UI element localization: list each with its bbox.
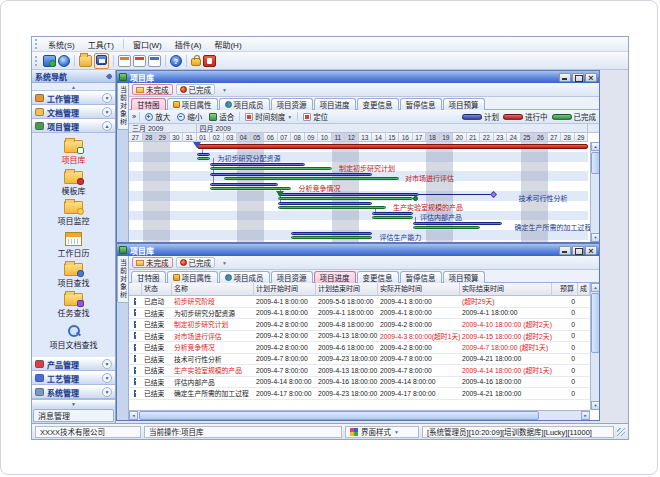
side-tab-current-object-tree[interactable]: 当前对象树 [117,256,129,303]
chevron-down-icon[interactable]: ▼ [102,373,112,383]
gantt-bar-done[interactable] [278,197,413,200]
gantt-bar-plan[interactable] [372,212,413,215]
tab-pause-info[interactable]: 暂停信息 [400,271,442,283]
gantt-bar-plan[interactable] [197,153,211,156]
gantt-locate-button[interactable]: 定位 [301,111,330,122]
sidebar-item-4[interactable]: 项目查找 [58,263,90,288]
table-row[interactable]: 已结束技术可行性分析2009-4-7 8:00:002009-4-23 18:0… [129,354,590,366]
tab-message-management[interactable]: 消息管理 [33,409,114,422]
tab-project-resources[interactable]: 项目资源 [271,271,313,283]
tab-project-progress[interactable]: 项目进度 [314,271,356,283]
minimize-button[interactable] [559,246,571,255]
sidebar-section-top-0[interactable]: 工作管理▼ [32,91,115,105]
more-button[interactable]: » [132,112,136,121]
table-row[interactable]: 已结束确定生产所需的加工过程2009-4-17 8:00:002009-4-23… [129,388,590,400]
column-header-7[interactable]: 预算 [552,283,578,296]
chevron-down-icon[interactable]: ▼ [102,107,112,117]
tab-project-budget[interactable]: 项目预算 [443,271,485,283]
chevron-down-icon[interactable]: ▼ [102,93,112,103]
filter-more-button[interactable]: ▼ [222,260,227,266]
gantt-zoom-out-button[interactable]: 缩小 [175,111,204,122]
minimize-button[interactable] [559,73,571,82]
chevron-down-icon[interactable]: ▼ [102,387,112,397]
tab-project-progress[interactable]: 项目进度 [314,98,356,110]
exit-icon[interactable] [203,55,216,67]
scroll-right-arrow[interactable]: ► [581,411,590,420]
gantt-bar-done[interactable] [210,167,332,170]
scroll-thumb[interactable] [591,152,599,174]
table-row[interactable]: 已结束对市场进行评估2009-4-2 8:00:002009-4-13 18:0… [129,331,590,343]
close-button[interactable] [585,73,597,82]
report-new-icon[interactable] [133,55,146,67]
tab-pause-info[interactable]: 暂停信息 [400,98,442,110]
menu-item-0[interactable]: 系统(S) [42,38,81,51]
sidebar-section-top-1[interactable]: 文档管理▼ [32,105,115,119]
gantt-bar-done[interactable] [224,177,400,180]
column-header-4[interactable]: 计划结束时间 [316,283,378,296]
column-header-0[interactable] [129,283,142,296]
sidebar-item-3[interactable]: 工作日历 [58,232,90,258]
table-row[interactable]: 已结束分析竞争情况2009-4-2 8:00:002009-4-6 18:00:… [129,342,590,354]
gantt-bar-done[interactable] [197,157,211,160]
filter-unfinished[interactable]: 未完成 [132,257,173,268]
resize-grip[interactable] [617,428,625,436]
filter-more-button[interactable]: ▼ [222,87,227,93]
gantt-bar-done[interactable] [413,226,481,229]
scroll-left-arrow[interactable]: ◄ [129,411,138,420]
restore-button[interactable] [572,73,584,82]
tab-project-budget[interactable]: 项目预算 [443,98,485,110]
side-tab-current-object-tree[interactable]: 当前对象树 [117,83,129,130]
table-vertical-scrollbar[interactable]: ▲ ▼ [590,283,599,410]
sidebar-section-bottom-1[interactable]: 工艺管理▼ [32,371,115,385]
chevron-up-icon[interactable]: ▲ [102,121,112,131]
report-icon[interactable] [118,55,131,67]
pushpin-icon[interactable] [106,72,113,79]
lock-icon[interactable] [191,58,201,66]
filter-completed[interactable]: 已完成 [176,84,216,95]
gantt-bar-plan[interactable] [210,163,305,166]
table-row[interactable]: 已结束评估内部产品2009-4-14 8:00:002009-4-16 18:0… [129,377,590,389]
filter-completed[interactable]: 已完成 [176,257,216,268]
gantt-bar-plan[interactable] [210,183,278,186]
table-row[interactable]: 已启动初步研究阶段2009-4-1 8:00:002009-5-6 18:00:… [129,296,590,308]
ui-style-dropdown[interactable]: 界面样式 ▼ [345,426,419,438]
column-header-1[interactable]: 状态 [142,283,172,296]
gantt-fit-button[interactable]: 适合 [207,111,236,122]
table-row[interactable]: 已结束制定初步研究计划2009-4-2 8:00:002009-4-8 18:0… [129,319,590,331]
column-header-2[interactable]: 名称 [172,283,254,296]
gantt-bar-done[interactable] [372,216,413,219]
sidebar-item-1[interactable]: 模板库 [62,171,86,196]
gantt-bar-plan[interactable] [278,202,373,205]
table-row[interactable]: 已结束为初步研究分配资源2009-4-1 8:00:002009-4-1 18:… [129,308,590,320]
sidebar-section-top-2[interactable]: 项目管理▲ [32,119,115,133]
sidebar-item-5[interactable]: 任务查找 [58,293,90,318]
sidebar-item-6[interactable]: 项目文档查找 [50,324,98,350]
tab-change-info[interactable]: 变更信息 [357,98,399,110]
tab-project-attributes[interactable]: 项目属性 [167,271,218,283]
menu-grip[interactable] [35,39,38,49]
table-horizontal-scrollbar[interactable]: ◄ ► [129,410,590,420]
chevron-down-icon[interactable]: ▼ [102,359,112,369]
menu-item-1[interactable]: 工具(T) [82,38,120,51]
table-row[interactable]: 已结束生产实验室规模的产品2009-4-7 8:00:002009-4-13 1… [129,365,590,377]
gantt-bar-done[interactable] [278,206,386,209]
menu-item-4[interactable]: 帮助(H) [208,38,247,51]
gantt-timescale-button[interactable]: 时间刻度▼ [243,111,294,122]
scroll-thumb[interactable] [591,293,599,353]
report-edit-icon[interactable] [148,55,161,67]
sidebar-item-0[interactable]: 项目库 [62,140,86,165]
globe-icon[interactable] [58,55,70,67]
tab-gantt[interactable]: 甘特图 [131,271,166,283]
filter-unfinished[interactable]: 未完成 [132,84,173,95]
gantt-zoom-in-button[interactable]: 放大 [143,111,172,122]
menu-item-2[interactable]: 窗口(W) [127,38,168,51]
gantt-bar-plan[interactable] [291,232,372,235]
tab-project-attributes[interactable]: 项目属性 [167,98,218,110]
open-folder-icon[interactable] [79,55,92,67]
scroll-down-arrow[interactable]: ▼ [591,401,599,410]
help-icon[interactable]: ? [170,55,182,67]
gantt-vertical-scrollbar[interactable]: ▲ ▼ [590,142,599,242]
column-header-5[interactable]: 实际开始时间 [378,283,460,296]
gantt-bar-done[interactable] [291,236,372,239]
gantt-bar-plan[interactable] [413,222,502,225]
